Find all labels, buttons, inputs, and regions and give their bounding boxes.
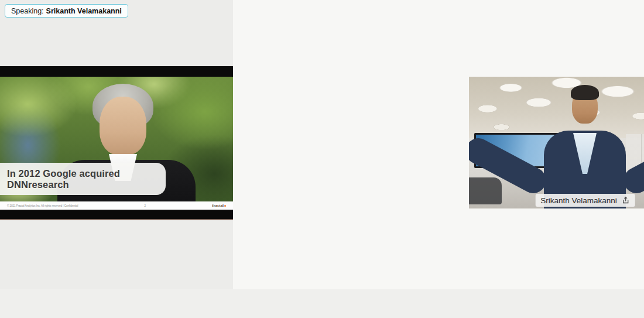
meeting-window: Speaking: Srikanth Velamakanni In 2012 G… — [0, 0, 644, 318]
presentation-pane: Speaking: Srikanth Velamakanni In 2012 G… — [0, 0, 233, 289]
fractal-logo-dot — [224, 205, 226, 207]
office-chair — [469, 177, 502, 204]
slide-footer: © 2021 Fractal Analytics Inc. All rights… — [0, 201, 233, 210]
office-ceiling — [469, 77, 644, 138]
speaker-name: Srikanth Velamakanni — [540, 196, 617, 205]
slide-copyright: © 2021 Fractal Analytics Inc. All rights… — [7, 204, 78, 207]
slide-page-number: 2 — [78, 204, 213, 207]
slide-title: In 2012 Google acquired DNNresearch — [7, 168, 166, 190]
slide-title-banner: In 2012 Google acquired DNNresearch — [0, 163, 166, 195]
share-tray-icon[interactable] — [622, 196, 630, 204]
speaker-name-label: Srikanth Velamakanni — [535, 194, 635, 207]
active-speaker-banner: Speaking: Srikanth Velamakanni — [5, 4, 128, 18]
speaking-name: Srikanth Velamakanni — [46, 7, 122, 15]
video-stage: Srikanth Velamakanni Varu — [233, 0, 644, 289]
speaker-hair — [571, 85, 599, 100]
speaking-label: Speaking: — [11, 7, 44, 15]
shared-slide[interactable]: In 2012 Google acquired DNNresearch © 20… — [0, 66, 233, 220]
photo-face — [100, 97, 146, 155]
fractal-logo: fractal — [212, 203, 224, 208]
video-tile-speaker[interactable]: Srikanth Velamakanni — [469, 77, 644, 208]
meeting-toolbar: Mute Stop video Share — [0, 289, 644, 318]
